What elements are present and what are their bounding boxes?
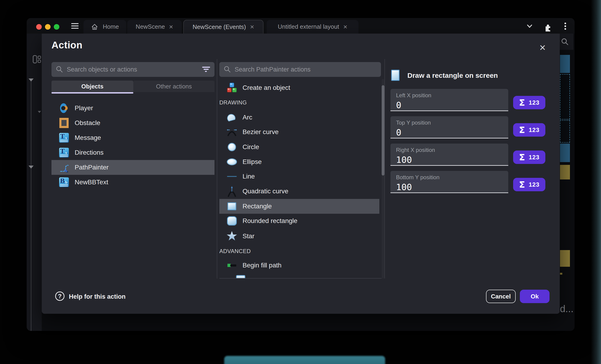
field-value-input[interactable]: 0 xyxy=(396,100,503,110)
tab-close-icon[interactable]: × xyxy=(343,23,347,30)
tab-newscene-events[interactable]: NewScene (Events) × xyxy=(183,20,263,34)
action-row-create-object[interactable]: Create an object xyxy=(219,80,379,95)
object-row-pathpainter-selected[interactable]: PathPainter xyxy=(51,160,214,175)
field-value-input[interactable]: 0 xyxy=(396,127,503,138)
filter-icon[interactable] xyxy=(202,66,210,73)
action-label: Line xyxy=(242,173,255,180)
dialog-title: Action xyxy=(51,40,82,51)
main-menu-icon[interactable] xyxy=(71,22,79,30)
sigma-icon: Σ xyxy=(519,153,525,162)
bottom-y-position-field[interactable]: Bottom Y position 100 xyxy=(391,171,508,193)
collapse-tabs-button[interactable] xyxy=(526,23,533,30)
action-row-ellipse[interactable]: Ellipse xyxy=(219,154,379,169)
expression-editor-button[interactable]: Σ 123 xyxy=(513,123,545,137)
section-header-advanced: ADVANCED xyxy=(219,247,379,255)
action-row-quadratic-curve[interactable]: Quadratic curve xyxy=(219,184,379,199)
close-window-button[interactable] xyxy=(36,24,42,30)
maximize-window-button[interactable] xyxy=(54,24,59,30)
search-icon xyxy=(223,66,231,73)
action-label: Arc xyxy=(242,114,252,121)
wallpaper-edge xyxy=(591,0,601,364)
top-y-position-field[interactable]: Top Y position 0 xyxy=(391,116,508,138)
tab-objects[interactable]: Objects xyxy=(51,81,133,92)
action-row-rectangle-selected[interactable]: Rectangle xyxy=(219,199,379,214)
expand-arrow-icon xyxy=(38,111,41,113)
tab-untitled-external-layout[interactable]: Untitled external layout × xyxy=(267,20,359,34)
tab-label: Home xyxy=(103,23,119,30)
tab-label: NewScene xyxy=(136,23,165,30)
chevron-down-icon xyxy=(526,23,533,29)
action-row-arc[interactable]: Arc xyxy=(219,110,379,125)
object-search-field[interactable] xyxy=(51,62,214,77)
action-label: Ellipse xyxy=(242,158,261,166)
right-x-position-field[interactable]: Right X position 100 xyxy=(391,144,508,166)
title-bar: Home NewScene × NewScene (Events) × Unti… xyxy=(27,18,575,34)
action-label: Rectangle xyxy=(242,203,272,210)
background-panel-left xyxy=(27,34,42,331)
expression-editor-button[interactable]: Σ 123 xyxy=(513,151,545,164)
sigma-icon: Σ xyxy=(519,180,525,189)
home-icon xyxy=(91,23,99,31)
screen: Home NewScene × NewScene (Events) × Unti… xyxy=(0,0,601,364)
path-painter-icon xyxy=(59,162,70,173)
bezier-curve-icon xyxy=(226,128,237,136)
extensions-button[interactable] xyxy=(544,23,552,32)
object-row-message[interactable]: T x Message xyxy=(51,130,214,145)
action-search-input[interactable] xyxy=(235,66,377,73)
object-label: Player xyxy=(75,105,93,112)
action-row-begin-fill-path[interactable]: Begin fill path xyxy=(219,258,379,273)
bbtext-object-icon: B b xyxy=(59,177,70,187)
tab-close-icon[interactable]: × xyxy=(250,23,254,30)
object-row-player[interactable]: Player xyxy=(51,101,214,115)
tab-newscene[interactable]: NewScene × xyxy=(127,20,181,34)
action-description: Draw a rectangle on screen xyxy=(407,72,498,79)
minimize-window-button[interactable] xyxy=(45,24,50,30)
action-row-line[interactable]: Line xyxy=(219,169,379,184)
object-label: NewBBText xyxy=(75,179,108,186)
close-icon: × xyxy=(540,41,546,54)
help-icon[interactable]: ? xyxy=(55,292,64,301)
action-search-field[interactable] xyxy=(219,62,381,77)
object-row-directions[interactable]: T x Directions xyxy=(51,145,214,160)
sigma-icon: Σ xyxy=(519,98,525,107)
action-row-circle[interactable]: Circle xyxy=(219,140,379,154)
puzzle-piece-icon xyxy=(544,23,552,31)
action-row-rounded-rectangle[interactable]: Rounded rectangle xyxy=(219,213,379,228)
tab-home[interactable]: Home xyxy=(83,20,126,34)
action-row-bezier-curve[interactable]: Bezier curve xyxy=(219,125,379,139)
field-label: Bottom Y position xyxy=(396,174,503,181)
list-bottom-divider xyxy=(219,278,382,278)
field-value-input[interactable]: 100 xyxy=(396,182,503,192)
tab-other-actions[interactable]: Other actions xyxy=(133,81,214,92)
cancel-button[interactable]: Cancel xyxy=(486,290,516,303)
begin-fill-path-icon xyxy=(226,264,237,267)
tree-guide-line xyxy=(31,80,31,331)
active-tab-underline xyxy=(51,92,133,94)
actions-scrollbar-thumb[interactable] xyxy=(382,85,384,175)
action-label: Circle xyxy=(242,143,259,151)
tab-close-icon[interactable]: × xyxy=(169,23,173,30)
object-label: Obstacle xyxy=(75,119,100,127)
object-row-newbbtext[interactable]: B b NewBBText xyxy=(51,175,214,190)
action-label: Rounded rectangle xyxy=(242,217,298,225)
background-event-selection xyxy=(560,120,570,143)
object-row-obstacle[interactable]: Obstacle xyxy=(51,115,214,130)
expression-editor-button[interactable]: Σ 123 xyxy=(513,96,545,109)
toggle-panels-icon xyxy=(33,55,41,64)
wallpaper-dock-glow xyxy=(224,356,385,364)
ellipse-icon xyxy=(226,158,237,165)
field-value-input[interactable]: 100 xyxy=(396,155,503,165)
ok-button[interactable]: Ok xyxy=(520,290,550,303)
left-x-position-field[interactable]: Left X position 0 xyxy=(391,89,508,111)
close-dialog-button[interactable]: × xyxy=(535,40,550,55)
action-row-star[interactable]: Star xyxy=(219,229,379,244)
quadratic-curve-icon xyxy=(226,186,237,197)
background-event-block xyxy=(560,55,570,73)
object-search-input[interactable] xyxy=(67,66,199,73)
object-label: Directions xyxy=(75,149,103,156)
action-label: Star xyxy=(242,232,254,240)
expression-editor-button[interactable]: Σ 123 xyxy=(513,178,545,191)
more-options-button[interactable] xyxy=(564,22,566,31)
help-for-this-action-link[interactable]: Help for this action xyxy=(69,293,126,300)
background-events-toolbar xyxy=(558,34,573,50)
